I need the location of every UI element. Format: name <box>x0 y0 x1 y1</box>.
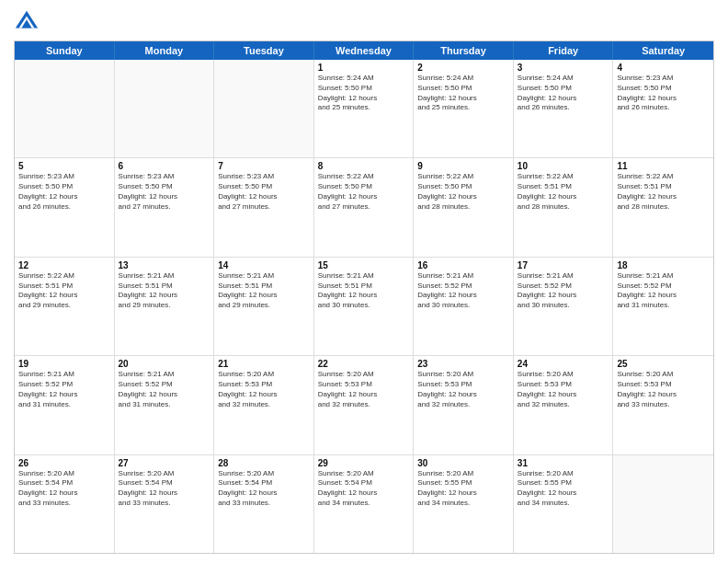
empty-cell <box>15 60 115 157</box>
day-info: Sunrise: 5:21 AMSunset: 5:52 PMDaylight:… <box>417 271 509 311</box>
header-day-sunday: Sunday <box>15 41 115 60</box>
day-info: Sunrise: 5:20 AMSunset: 5:55 PMDaylight:… <box>417 469 509 509</box>
day-number: 24 <box>518 359 609 369</box>
day-info: Sunrise: 5:22 AMSunset: 5:50 PMDaylight:… <box>318 172 410 212</box>
header-day-wednesday: Wednesday <box>314 41 415 60</box>
day-info: Sunrise: 5:20 AMSunset: 5:54 PMDaylight:… <box>119 469 210 509</box>
empty-cell <box>214 60 314 157</box>
day-info: Sunrise: 5:20 AMSunset: 5:53 PMDaylight:… <box>318 370 410 409</box>
day-cell-12: 12Sunrise: 5:22 AMSunset: 5:51 PMDayligh… <box>15 258 115 355</box>
day-number: 18 <box>617 260 710 270</box>
day-info: Sunrise: 5:21 AMSunset: 5:51 PMDaylight:… <box>119 271 210 311</box>
day-number: 21 <box>218 359 310 369</box>
day-cell-1: 1Sunrise: 5:24 AMSunset: 5:50 PMDaylight… <box>314 60 415 157</box>
day-cell-16: 16Sunrise: 5:21 AMSunset: 5:52 PMDayligh… <box>414 258 514 355</box>
day-info: Sunrise: 5:22 AMSunset: 5:50 PMDaylight:… <box>417 172 509 212</box>
week-row-3: 12Sunrise: 5:22 AMSunset: 5:51 PMDayligh… <box>15 258 713 356</box>
day-cell-3: 3Sunrise: 5:24 AMSunset: 5:50 PMDaylight… <box>514 60 614 157</box>
day-info: Sunrise: 5:21 AMSunset: 5:52 PMDaylight:… <box>617 271 710 311</box>
day-number: 17 <box>518 260 609 270</box>
day-number: 6 <box>119 161 210 171</box>
day-cell-18: 18Sunrise: 5:21 AMSunset: 5:52 PMDayligh… <box>613 258 713 355</box>
day-info: Sunrise: 5:20 AMSunset: 5:53 PMDaylight:… <box>617 370 710 409</box>
day-number: 19 <box>18 359 110 369</box>
logo <box>14 9 43 35</box>
day-number: 22 <box>318 359 410 369</box>
day-number: 1 <box>318 63 410 73</box>
day-number: 2 <box>417 63 509 73</box>
day-info: Sunrise: 5:21 AMSunset: 5:52 PMDaylight:… <box>518 271 609 311</box>
page: SundayMondayTuesdayWednesdayThursdayFrid… <box>0 0 728 563</box>
week-row-5: 26Sunrise: 5:20 AMSunset: 5:54 PMDayligh… <box>15 455 713 553</box>
day-cell-15: 15Sunrise: 5:21 AMSunset: 5:51 PMDayligh… <box>314 258 415 355</box>
day-cell-4: 4Sunrise: 5:23 AMSunset: 5:50 PMDaylight… <box>613 60 713 157</box>
day-number: 12 <box>18 260 110 270</box>
day-info: Sunrise: 5:23 AMSunset: 5:50 PMDaylight:… <box>119 172 210 212</box>
day-number: 27 <box>119 458 210 468</box>
empty-cell <box>613 455 713 553</box>
day-info: Sunrise: 5:24 AMSunset: 5:50 PMDaylight:… <box>518 74 609 113</box>
day-number: 29 <box>318 458 410 468</box>
day-number: 15 <box>318 260 410 270</box>
day-number: 28 <box>218 458 310 468</box>
logo-icon <box>14 9 40 35</box>
day-cell-2: 2Sunrise: 5:24 AMSunset: 5:50 PMDaylight… <box>414 60 514 157</box>
day-info: Sunrise: 5:24 AMSunset: 5:50 PMDaylight:… <box>318 74 410 113</box>
header <box>14 9 714 35</box>
day-info: Sunrise: 5:21 AMSunset: 5:52 PMDaylight:… <box>18 370 110 409</box>
day-cell-25: 25Sunrise: 5:20 AMSunset: 5:53 PMDayligh… <box>613 356 713 454</box>
day-number: 31 <box>518 458 609 468</box>
day-info: Sunrise: 5:21 AMSunset: 5:51 PMDaylight:… <box>318 271 410 311</box>
day-number: 30 <box>417 458 509 468</box>
day-cell-13: 13Sunrise: 5:21 AMSunset: 5:51 PMDayligh… <box>115 258 215 355</box>
day-number: 8 <box>318 161 410 171</box>
day-info: Sunrise: 5:20 AMSunset: 5:54 PMDaylight:… <box>218 469 310 509</box>
week-row-2: 5Sunrise: 5:23 AMSunset: 5:50 PMDaylight… <box>15 158 713 257</box>
day-cell-10: 10Sunrise: 5:22 AMSunset: 5:51 PMDayligh… <box>514 158 614 256</box>
day-cell-5: 5Sunrise: 5:23 AMSunset: 5:50 PMDaylight… <box>15 158 115 256</box>
day-cell-11: 11Sunrise: 5:22 AMSunset: 5:51 PMDayligh… <box>613 158 713 256</box>
day-info: Sunrise: 5:20 AMSunset: 5:53 PMDaylight:… <box>417 370 509 409</box>
day-info: Sunrise: 5:22 AMSunset: 5:51 PMDaylight:… <box>617 172 710 212</box>
day-number: 7 <box>218 161 310 171</box>
day-number: 5 <box>18 161 110 171</box>
day-number: 14 <box>218 260 310 270</box>
calendar-body: 1Sunrise: 5:24 AMSunset: 5:50 PMDaylight… <box>15 60 713 553</box>
header-day-thursday: Thursday <box>414 41 514 60</box>
day-number: 26 <box>18 458 110 468</box>
header-day-saturday: Saturday <box>613 41 713 60</box>
header-day-tuesday: Tuesday <box>214 41 314 60</box>
day-cell-28: 28Sunrise: 5:20 AMSunset: 5:54 PMDayligh… <box>214 455 314 553</box>
day-cell-20: 20Sunrise: 5:21 AMSunset: 5:52 PMDayligh… <box>115 356 215 454</box>
header-day-friday: Friday <box>514 41 614 60</box>
day-info: Sunrise: 5:20 AMSunset: 5:55 PMDaylight:… <box>518 469 609 509</box>
calendar: SundayMondayTuesdayWednesdayThursdayFrid… <box>14 40 714 554</box>
day-cell-23: 23Sunrise: 5:20 AMSunset: 5:53 PMDayligh… <box>414 356 514 454</box>
day-info: Sunrise: 5:22 AMSunset: 5:51 PMDaylight:… <box>518 172 609 212</box>
day-cell-27: 27Sunrise: 5:20 AMSunset: 5:54 PMDayligh… <box>115 455 215 553</box>
day-number: 25 <box>617 359 710 369</box>
day-cell-8: 8Sunrise: 5:22 AMSunset: 5:50 PMDaylight… <box>314 158 415 256</box>
day-cell-26: 26Sunrise: 5:20 AMSunset: 5:54 PMDayligh… <box>15 455 115 553</box>
day-info: Sunrise: 5:20 AMSunset: 5:53 PMDaylight:… <box>518 370 609 409</box>
day-info: Sunrise: 5:21 AMSunset: 5:51 PMDaylight:… <box>218 271 310 311</box>
day-info: Sunrise: 5:23 AMSunset: 5:50 PMDaylight:… <box>617 74 710 113</box>
week-row-1: 1Sunrise: 5:24 AMSunset: 5:50 PMDaylight… <box>15 60 713 158</box>
day-info: Sunrise: 5:24 AMSunset: 5:50 PMDaylight:… <box>417 74 509 113</box>
day-info: Sunrise: 5:20 AMSunset: 5:54 PMDaylight:… <box>318 469 410 509</box>
day-number: 23 <box>417 359 509 369</box>
day-cell-6: 6Sunrise: 5:23 AMSunset: 5:50 PMDaylight… <box>115 158 215 256</box>
day-number: 20 <box>119 359 210 369</box>
day-cell-19: 19Sunrise: 5:21 AMSunset: 5:52 PMDayligh… <box>15 356 115 454</box>
day-cell-22: 22Sunrise: 5:20 AMSunset: 5:53 PMDayligh… <box>314 356 415 454</box>
day-number: 9 <box>417 161 509 171</box>
day-cell-7: 7Sunrise: 5:23 AMSunset: 5:50 PMDaylight… <box>214 158 314 256</box>
day-number: 10 <box>518 161 609 171</box>
day-number: 11 <box>617 161 710 171</box>
day-cell-17: 17Sunrise: 5:21 AMSunset: 5:52 PMDayligh… <box>514 258 614 355</box>
empty-cell <box>115 60 215 157</box>
day-info: Sunrise: 5:21 AMSunset: 5:52 PMDaylight:… <box>119 370 210 409</box>
week-row-4: 19Sunrise: 5:21 AMSunset: 5:52 PMDayligh… <box>15 356 713 454</box>
calendar-header: SundayMondayTuesdayWednesdayThursdayFrid… <box>15 41 713 60</box>
day-cell-14: 14Sunrise: 5:21 AMSunset: 5:51 PMDayligh… <box>214 258 314 355</box>
